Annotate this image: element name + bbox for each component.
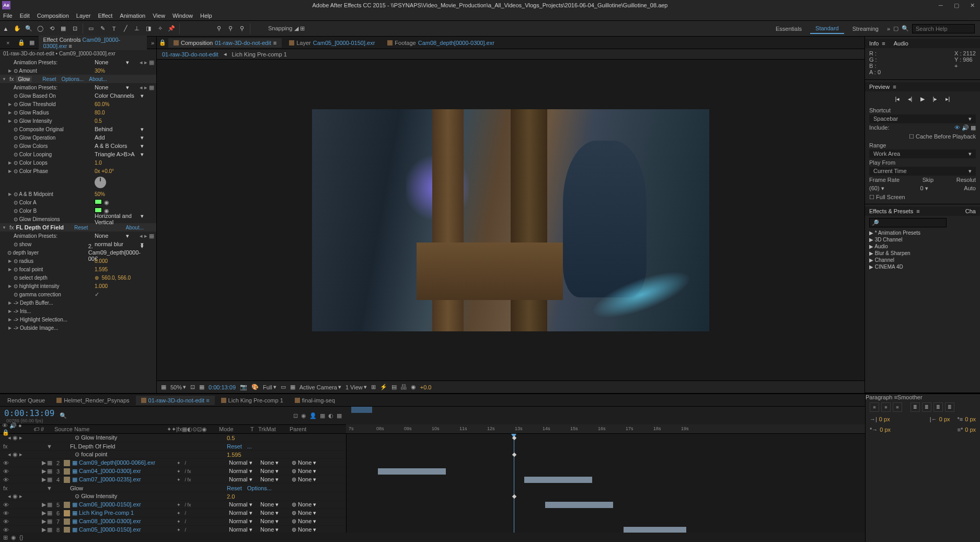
preset-nav[interactable]: ◂ ▸ ▦ bbox=[140, 233, 154, 239]
prop-value[interactable]: 60.0% bbox=[95, 101, 109, 107]
justify-right[interactable]: ≣ bbox=[933, 402, 943, 412]
tab-info[interactable]: Info bbox=[869, 40, 879, 47]
header-source[interactable]: Source Name bbox=[52, 426, 165, 432]
tab-effect-controls[interactable]: Effect Controls Cam09_[0000-0300].exr ≡ bbox=[39, 36, 146, 50]
blend-mode[interactable]: Normal ▾ bbox=[229, 459, 260, 466]
comp-tab[interactable]: Footage Cam08_depth[0000-0300].exr bbox=[382, 38, 500, 48]
shortcut-value[interactable]: Spacebar bbox=[873, 116, 898, 122]
twirl-icon[interactable]: ▶ bbox=[8, 119, 14, 123]
timeline-tab[interactable]: final-img-seq bbox=[290, 396, 340, 405]
indent-left[interactable]: 0 px bbox=[879, 416, 890, 422]
prop-dropdown[interactable]: Horizontal and Vertical▾ bbox=[95, 213, 154, 225]
prop-value[interactable]: 1.0 bbox=[95, 160, 102, 166]
twirl-icon[interactable]: ▶ bbox=[8, 301, 14, 305]
justify-left[interactable]: ≣ bbox=[910, 402, 920, 412]
parent-select[interactable]: ⊚ None ▾ bbox=[292, 468, 333, 475]
playfrom-value[interactable]: Current Time bbox=[873, 168, 907, 175]
title-safe[interactable]: ⊡ bbox=[190, 384, 195, 390]
fullscreen-checkbox[interactable]: ☐ Full Screen bbox=[869, 194, 905, 201]
comp-tab[interactable]: Layer Cam05_[0000-0150].exr bbox=[284, 38, 380, 48]
prop-value[interactable]: 8.000 bbox=[95, 258, 108, 264]
axis-world[interactable]: ⚲ bbox=[225, 23, 236, 34]
blend-mode[interactable]: Normal ▾ bbox=[229, 518, 260, 525]
prop-value[interactable]: 30% bbox=[95, 68, 105, 74]
last-frame-button[interactable]: ▸| bbox=[943, 95, 952, 103]
prev-frame-button[interactable]: ◂| bbox=[906, 95, 914, 103]
timeline-row[interactable]: ◂ ◉ ▸ ⊙ focal point1.595 bbox=[0, 451, 346, 459]
motion-blur[interactable]: ◐ bbox=[328, 412, 333, 419]
tab-project[interactable]: × bbox=[2, 39, 14, 47]
menu-file[interactable]: File bbox=[3, 13, 13, 19]
options-link[interactable]: ... bbox=[247, 443, 252, 449]
layer-switches[interactable]: ✦ / fx bbox=[177, 502, 229, 508]
range-value[interactable]: Work Area bbox=[873, 151, 900, 157]
header-t[interactable]: T bbox=[248, 426, 256, 432]
type-tool[interactable]: T bbox=[108, 23, 120, 34]
dial-icon[interactable] bbox=[95, 177, 106, 188]
property-value[interactable]: 2.0 bbox=[227, 493, 235, 500]
track-matte[interactable]: None ▾ bbox=[260, 526, 292, 533]
selection-tool[interactable]: ▲ bbox=[0, 23, 11, 34]
resolution[interactable]: Full ▾ bbox=[263, 384, 276, 390]
layer-color[interactable] bbox=[64, 460, 70, 466]
twirl-icon[interactable]: ▶ bbox=[8, 160, 14, 165]
preset-category[interactable]: ▶ Channel bbox=[865, 257, 980, 263]
panel-menu[interactable]: » bbox=[151, 40, 154, 46]
twirl-icon[interactable]: ▶ bbox=[8, 317, 14, 322]
justify-all[interactable]: ≣ bbox=[945, 402, 954, 412]
track-matte[interactable]: None ▾ bbox=[260, 510, 292, 516]
justify-center[interactable]: ≣ bbox=[922, 402, 931, 412]
layer-color[interactable] bbox=[64, 477, 70, 483]
effect-name[interactable]: Glow bbox=[16, 76, 32, 82]
current-time[interactable]: 0:00:13:09 bbox=[209, 384, 236, 390]
property-name[interactable]: ⊙ Glow Intensity bbox=[70, 434, 175, 441]
close-button[interactable]: ✕ bbox=[964, 2, 980, 9]
layer-name[interactable]: ▦ Cam05_[0000-0150].exr bbox=[72, 526, 177, 533]
parent-select[interactable]: ⊚ None ▾ bbox=[292, 476, 333, 483]
align-center[interactable]: ≡ bbox=[881, 402, 891, 412]
eye-icon[interactable]: 👁 bbox=[3, 468, 9, 475]
audio-icon[interactable]: 🔊 bbox=[962, 124, 969, 131]
twirl-icon[interactable]: ▶ bbox=[42, 510, 46, 516]
twirl-icon[interactable]: ▼ bbox=[2, 225, 7, 230]
timeline-row[interactable]: 👁 ▶▦5▦ Cam06_[0000-0150].exr✦ / fx Norma… bbox=[0, 501, 346, 509]
timeline-btn[interactable]: ▤ bbox=[391, 384, 397, 390]
next-frame-button[interactable]: |▸ bbox=[931, 95, 939, 103]
camera-tool[interactable]: ▦ bbox=[57, 23, 69, 34]
twirl-icon[interactable]: ▼ bbox=[47, 443, 52, 449]
menu-edit[interactable]: Edit bbox=[20, 13, 30, 19]
fast-preview[interactable]: ⚡ bbox=[380, 384, 387, 390]
menu-view[interactable]: View bbox=[153, 13, 165, 19]
twirl-icon[interactable]: ▦ bbox=[47, 510, 52, 516]
twirl-icon[interactable]: ▦ bbox=[47, 476, 52, 483]
roi[interactable]: ▭ bbox=[281, 384, 286, 390]
exposure[interactable]: +0.0 bbox=[420, 384, 432, 390]
timeline-tab[interactable]: Helmet_Render_Psynaps bbox=[51, 396, 134, 405]
twirl-icon[interactable]: ▶ bbox=[8, 259, 14, 263]
graph-editor[interactable]: ▦ bbox=[337, 412, 342, 419]
menu-effect[interactable]: Effect bbox=[98, 13, 112, 19]
lock-icon[interactable]: 🔒 bbox=[159, 39, 166, 46]
layer-switches[interactable]: ✦ / fx bbox=[177, 477, 229, 482]
space-after[interactable]: 0 px bbox=[965, 426, 976, 433]
skip-value[interactable]: 0 ▾ bbox=[920, 185, 928, 192]
magnification[interactable]: 50% ▾ bbox=[170, 384, 186, 390]
search-help-input[interactable] bbox=[912, 24, 975, 33]
twirl-icon[interactable]: ▶ bbox=[8, 326, 14, 330]
prop-dropdown[interactable]: A & B Colors▾ bbox=[95, 143, 154, 149]
eye-icon[interactable]: 👁 bbox=[3, 510, 9, 516]
resolution-value[interactable]: Auto bbox=[964, 185, 976, 192]
tab-preview[interactable]: Preview bbox=[869, 84, 890, 90]
parent-select[interactable]: ⊚ None ▾ bbox=[292, 510, 333, 516]
timeline-row[interactable]: fx▼FL Depth Of FieldReset... bbox=[0, 442, 346, 451]
prop-dropdown[interactable]: None▾ bbox=[95, 59, 140, 66]
panel-menu-icon[interactable]: ≡ bbox=[894, 394, 897, 400]
timeline-row[interactable]: 👁 ▶▦7▦ Cam08_[0000-0300].exr✦ / Normal ▾… bbox=[0, 517, 346, 526]
eye-icon[interactable]: 👁 bbox=[3, 460, 9, 466]
snapshot[interactable]: 📷 bbox=[240, 384, 247, 390]
rotate-tool[interactable]: ⟲ bbox=[46, 23, 57, 34]
eraser-tool[interactable]: ◨ bbox=[143, 23, 154, 34]
twirl-icon[interactable]: ▶ bbox=[8, 309, 14, 314]
framerate-value[interactable]: (60) ▾ bbox=[869, 185, 884, 192]
flowchart-crumb[interactable]: 01-raw-3D-do-not-edit bbox=[162, 51, 218, 57]
